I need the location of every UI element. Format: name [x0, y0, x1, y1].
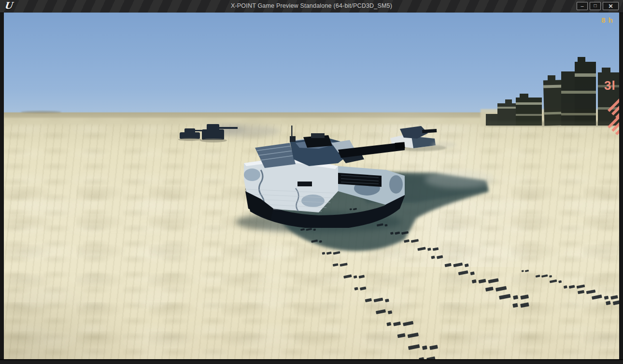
distant-tank-left-1	[178, 128, 206, 141]
application-window: U X-POINT Game Preview Standalone (64-bi…	[0, 0, 623, 364]
window-bottom-frame	[0, 359, 623, 364]
window-title: X-POINT Game Preview Standalone (64-bit/…	[0, 2, 623, 9]
scene-graphics	[4, 13, 619, 359]
hud-marker-label: 3l	[604, 78, 616, 93]
maximize-button[interactable]: □	[590, 2, 601, 10]
minimize-button[interactable]: –	[577, 2, 588, 10]
ruined-city-skyline	[481, 57, 619, 126]
window-controls: – □ ✕	[577, 2, 619, 10]
game-viewport[interactable]: 8 h 3l	[4, 13, 619, 359]
hud-time-label: 8 h	[601, 16, 613, 24]
title-bar[interactable]: U X-POINT Game Preview Standalone (64-bi…	[0, 0, 623, 13]
close-button[interactable]: ✕	[603, 2, 619, 10]
